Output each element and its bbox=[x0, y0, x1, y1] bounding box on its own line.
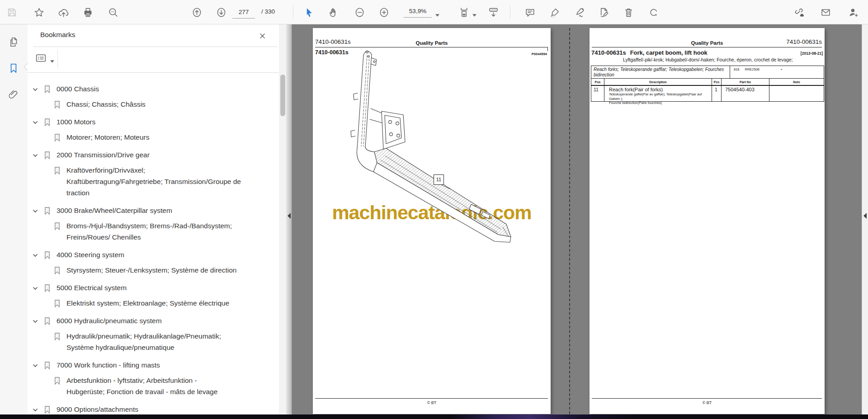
star-icon bbox=[33, 7, 45, 18]
chevron-down-icon[interactable] bbox=[32, 152, 38, 159]
drawing-number: P0044594 bbox=[532, 52, 547, 56]
group-description: Reach forks; Teleskoperande gafflar; Tel… bbox=[591, 66, 730, 78]
group-code: 816 bbox=[734, 67, 740, 71]
bookmark-sublabel[interactable]: Kraftöverföring/Drivväxel;Kraftübertragu… bbox=[66, 165, 241, 198]
bookmark-subitem[interactable]: Elektriskt system; Elektroanlage; Systèm… bbox=[54, 297, 279, 309]
bookmark-item[interactable]: 3000 Brake/Wheel/Caterpillar system bbox=[32, 206, 279, 215]
fit-caret-icon[interactable] bbox=[472, 10, 476, 13]
bookmark-sublabel[interactable]: Elektriskt system; Elektroanlage; Systèm… bbox=[66, 297, 229, 309]
bookmark-label[interactable]: 5000 Electrical system bbox=[57, 283, 127, 292]
bookmark-item[interactable]: 7000 Work function - lifting masts bbox=[32, 361, 279, 370]
table-group-row: Reach forks; Teleskoperande gafflar; Tel… bbox=[591, 66, 824, 78]
sign-button[interactable] bbox=[572, 6, 587, 19]
description-sub: Teleskoperande gaffel(Par av gafflar); T… bbox=[609, 92, 712, 101]
search-button[interactable] bbox=[105, 6, 121, 19]
bookmark-label[interactable]: 9000 Options/attachments bbox=[57, 405, 138, 414]
bookmark-icon bbox=[8, 62, 19, 74]
page-scrolling-button[interactable] bbox=[486, 6, 501, 19]
next-page-button[interactable] bbox=[213, 6, 229, 19]
chevron-down-icon[interactable] bbox=[32, 86, 38, 93]
fit-width-button[interactable] bbox=[456, 6, 472, 19]
bookmark-options-button[interactable] bbox=[33, 52, 48, 64]
revision-date: [2013-08-21] bbox=[801, 51, 823, 56]
bookmark-label[interactable]: 2000 Transmission/Drive gear bbox=[57, 151, 150, 160]
chevron-down-icon[interactable] bbox=[32, 285, 38, 292]
close-panel-button[interactable] bbox=[256, 30, 268, 42]
expand-tools-button[interactable] bbox=[863, 212, 867, 221]
tools-panel-edge[interactable] bbox=[862, 24, 868, 419]
bookmark-sublabel[interactable]: Broms-/Hjul-/Bandsystem; Brems-/Rad-/Ban… bbox=[66, 220, 232, 243]
zoom-level-value: 53,9% bbox=[409, 8, 426, 14]
panel-scrollbar[interactable] bbox=[279, 24, 286, 419]
bookmark-icon bbox=[54, 222, 61, 231]
collapse-panel-button[interactable] bbox=[287, 212, 291, 221]
star-button[interactable] bbox=[31, 6, 47, 19]
bookmark-subitem[interactable]: Styrsystem; Steuer-/Lenksystem; Système … bbox=[54, 264, 279, 276]
taskbar-sliver[interactable] bbox=[0, 414, 868, 419]
chevron-down-icon[interactable] bbox=[32, 119, 38, 126]
bookmark-sublabel[interactable]: Motorer; Motoren; Moteurs bbox=[66, 132, 149, 143]
zoom-out-button[interactable] bbox=[352, 6, 367, 19]
bookmark-label[interactable]: 4000 Steering system bbox=[57, 250, 124, 259]
delete-button[interactable] bbox=[621, 6, 636, 19]
bookmark-label[interactable]: 6000 Hydraulic/pneumatic system bbox=[57, 316, 162, 325]
bookmark-item[interactable]: 1000 Motors bbox=[32, 118, 279, 127]
chevron-down-icon[interactable] bbox=[32, 318, 38, 325]
bookmark-subitem[interactable]: Chassi; Chassis; Châssis bbox=[54, 99, 279, 110]
bookmark-subitem[interactable]: Hydraulik/pneumatik; Hydraulikanlage/Pne… bbox=[54, 330, 279, 353]
bookmarks-panel-button[interactable] bbox=[6, 61, 21, 75]
bookmark-subitem[interactable]: Broms-/Hjul-/Bandsystem; Brems-/Rad-/Ban… bbox=[54, 220, 279, 243]
chevron-down-icon[interactable] bbox=[32, 407, 38, 413]
page-thumbnails-button[interactable] bbox=[6, 35, 21, 49]
page-number-input[interactable] bbox=[232, 6, 255, 19]
print-button[interactable] bbox=[80, 6, 95, 19]
options-caret-icon[interactable] bbox=[50, 56, 54, 59]
chevron-down-icon[interactable] bbox=[32, 363, 38, 369]
save-button[interactable] bbox=[4, 6, 19, 19]
bookmark-label[interactable]: 3000 Brake/Wheel/Caterpillar system bbox=[57, 206, 172, 215]
bookmark-subitem[interactable]: Motorer; Motoren; Moteurs bbox=[54, 132, 279, 143]
bookmark-label[interactable]: 0000 Chassis bbox=[57, 85, 99, 94]
bookmark-sublabel[interactable]: Styrsystem; Steuer-/Lenksystem; Système … bbox=[66, 264, 236, 276]
hand-tool-button[interactable] bbox=[326, 6, 341, 19]
bookmark-item[interactable]: 9000 Options/attachments bbox=[32, 405, 279, 414]
bookmark-item[interactable]: 6000 Hydraulic/pneumatic system bbox=[32, 316, 279, 325]
zoom-in-button[interactable] bbox=[376, 6, 392, 19]
comment-icon bbox=[524, 7, 536, 18]
scroll-mode-icon bbox=[488, 7, 499, 18]
bookmark-sublabel[interactable]: Chassi; Chassis; Châssis bbox=[66, 99, 146, 110]
comment-button[interactable] bbox=[522, 6, 538, 19]
zoom-level-select[interactable]: 53,9% bbox=[404, 6, 432, 18]
edit-page-button[interactable] bbox=[596, 6, 612, 19]
bookmark-subitem[interactable]: Arbetsfunktion - lyftstativ; Arbeitsfunk… bbox=[54, 375, 279, 397]
redo-button[interactable] bbox=[646, 6, 661, 19]
panel-splitter[interactable] bbox=[286, 24, 292, 419]
attachments-button[interactable] bbox=[6, 87, 21, 102]
pages-icon bbox=[8, 36, 19, 48]
previous-page-button[interactable] bbox=[189, 6, 204, 19]
bookmark-icon bbox=[54, 266, 61, 275]
share-link-button[interactable] bbox=[791, 6, 807, 19]
highlight-button[interactable] bbox=[547, 6, 562, 19]
acrobat-window: / 330 53,9% bbox=[0, 0, 868, 419]
toolbar: / 330 53,9% bbox=[0, 0, 868, 24]
chevron-down-icon[interactable] bbox=[32, 252, 38, 259]
select-tool-button[interactable] bbox=[301, 6, 316, 19]
bookmark-item[interactable]: 5000 Electrical system bbox=[32, 283, 279, 292]
bookmark-sublabel[interactable]: Hydraulik/pneumatik; Hydraulikanlage/Pne… bbox=[66, 330, 221, 353]
zoom-caret-icon[interactable] bbox=[435, 10, 439, 13]
chevron-down-icon[interactable] bbox=[32, 208, 38, 214]
email-button[interactable] bbox=[818, 6, 833, 19]
fountain-pen-icon bbox=[574, 7, 585, 18]
scrollbar-thumb[interactable] bbox=[280, 75, 285, 116]
col-pcs: Pcs bbox=[712, 79, 721, 85]
profile-button[interactable] bbox=[845, 6, 861, 19]
bookmark-sublabel[interactable]: Arbetsfunktion - lyftstativ; Arbeitsfunk… bbox=[66, 375, 217, 397]
bookmark-item[interactable]: 0000 Chassis bbox=[32, 85, 279, 94]
share-upload-button[interactable] bbox=[56, 6, 71, 19]
bookmark-item[interactable]: 4000 Steering system bbox=[32, 250, 279, 259]
bookmark-label[interactable]: 1000 Motors bbox=[57, 118, 95, 127]
bookmark-label[interactable]: 7000 Work function - lifting masts bbox=[57, 361, 160, 370]
bookmark-subitem[interactable]: Kraftöverföring/Drivväxel;Kraftübertragu… bbox=[54, 165, 279, 198]
bookmark-item[interactable]: 2000 Transmission/Drive gear bbox=[32, 151, 279, 160]
